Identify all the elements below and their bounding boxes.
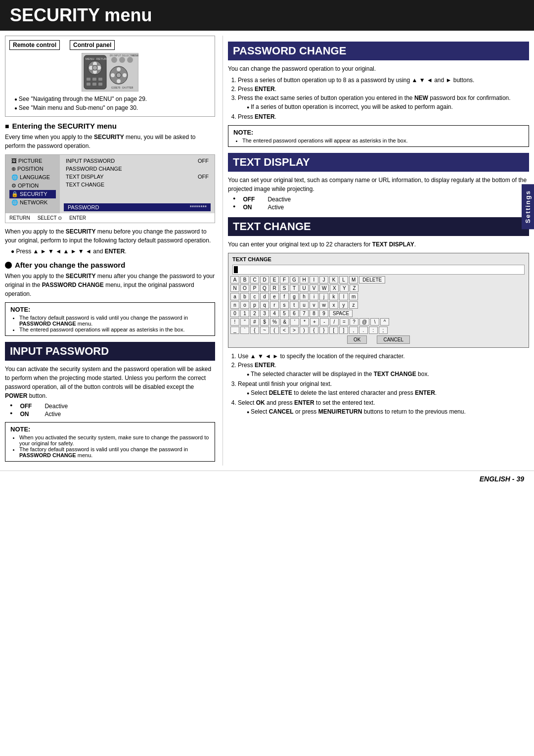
kb-key-delete[interactable]: DELETE — [359, 276, 385, 284]
kb-key-lbrace[interactable]: { — [250, 327, 259, 334]
kb-key-bslash[interactable]: \ — [370, 318, 379, 326]
kb-key-slash[interactable]: / — [330, 318, 339, 326]
kb-key-under[interactable]: _ — [230, 327, 239, 334]
kb-key-excl[interactable]: ! — [230, 318, 239, 326]
kb-key-dollar[interactable]: $ — [260, 318, 269, 326]
kb-key-minus[interactable]: - — [320, 318, 329, 326]
kb-key-apos[interactable]: ' — [290, 318, 299, 326]
kb-key-eq[interactable]: = — [340, 318, 349, 326]
kb-key-amp[interactable]: & — [280, 318, 289, 326]
kb-key-h[interactable]: h — [300, 293, 309, 300]
kb-key-lt[interactable]: < — [280, 327, 289, 334]
kb-key-H[interactable]: H — [300, 276, 309, 284]
kb-key-m[interactable]: m — [349, 293, 358, 300]
kb-key-gt[interactable]: > — [290, 327, 299, 334]
kb-key-v[interactable]: v — [310, 301, 318, 309]
kb-key-B[interactable]: B — [240, 276, 249, 284]
kb-key-lbrace2[interactable]: { — [310, 327, 318, 334]
kb-key-hash[interactable]: # — [250, 318, 259, 326]
kb-key-G[interactable]: G — [290, 276, 299, 284]
kb-key-V[interactable]: V — [310, 284, 318, 292]
kb-key-3[interactable]: 3 — [260, 310, 269, 317]
kb-key-g[interactable]: g — [290, 293, 299, 300]
kb-key-U[interactable]: U — [300, 284, 309, 292]
kb-key-7[interactable]: 7 — [300, 310, 309, 317]
kb-key-K[interactable]: K — [329, 276, 338, 284]
kb-key-M[interactable]: M — [349, 276, 358, 284]
kb-key-colon[interactable]: : — [369, 327, 378, 334]
kb-key-8[interactable]: 8 — [310, 310, 318, 317]
kb-key-F[interactable]: F — [280, 276, 289, 284]
kb-key-I[interactable]: I — [310, 276, 318, 284]
kb-key-quot[interactable]: " — [240, 318, 249, 326]
kb-key-u[interactable]: u — [300, 301, 309, 309]
kb-key-T[interactable]: T — [290, 284, 299, 292]
kb-key-X[interactable]: X — [330, 284, 339, 292]
kb-key-j[interactable]: j — [319, 293, 328, 300]
kb-key-d[interactable]: d — [260, 293, 269, 300]
kb-key-6[interactable]: 6 — [290, 310, 299, 317]
kb-key-i[interactable]: i — [310, 293, 318, 300]
kb-key-f[interactable]: f — [280, 293, 289, 300]
kb-key-4[interactable]: 4 — [270, 310, 279, 317]
kb-key-S[interactable]: S — [280, 284, 289, 292]
kb-key-L[interactable]: L — [339, 276, 348, 284]
kb-key-0[interactable]: 0 — [230, 310, 239, 317]
kb-key-C[interactable]: C — [250, 276, 259, 284]
kb-key-semi[interactable]: ; — [379, 327, 388, 334]
kb-input-area[interactable] — [232, 265, 525, 275]
kb-key-percent[interactable]: % — [270, 318, 279, 326]
kb-key-N[interactable]: N — [230, 284, 239, 292]
kb-key-dot[interactable]: . — [359, 327, 368, 334]
kb-key-lbracket[interactable]: [ — [329, 327, 338, 334]
kb-key-tilde[interactable]: ~ — [260, 327, 269, 334]
kb-key-e[interactable]: e — [270, 293, 279, 300]
kb-key-J[interactable]: J — [319, 276, 328, 284]
kb-key-caret[interactable]: ^ — [380, 318, 389, 326]
kb-key-E[interactable]: E — [270, 276, 279, 284]
kb-key-Y[interactable]: Y — [340, 284, 349, 292]
kb-key-p[interactable]: p — [250, 301, 259, 309]
kb-key-D[interactable]: D — [260, 276, 269, 284]
kb-key-W[interactable]: W — [319, 284, 329, 292]
kb-key-R[interactable]: R — [270, 284, 279, 292]
kb-key-y[interactable]: y — [339, 301, 348, 309]
kb-key-k[interactable]: k — [329, 293, 338, 300]
kb-key-o[interactable]: o — [240, 301, 249, 309]
kb-key-a[interactable]: a — [230, 293, 239, 300]
kb-ok-button[interactable]: OK — [347, 335, 367, 344]
kb-key-b[interactable]: b — [240, 293, 249, 300]
kb-key-1[interactable]: 1 — [240, 310, 249, 317]
kb-key-space[interactable]: SPACE — [329, 310, 353, 317]
kb-key-at[interactable]: @ — [359, 318, 369, 326]
kb-key-s[interactable]: s — [280, 301, 289, 309]
kb-key-plus[interactable]: + — [310, 318, 319, 326]
kb-key-n[interactable]: n — [230, 301, 239, 309]
kb-key-l[interactable]: l — [339, 293, 348, 300]
kb-key-star[interactable]: * — [300, 318, 309, 326]
kb-key-q[interactable]: q — [260, 301, 269, 309]
kb-key-t[interactable]: t — [290, 301, 299, 309]
kb-key-z[interactable]: z — [349, 301, 358, 309]
kb-key-9[interactable]: 9 — [319, 310, 328, 317]
kb-key-c[interactable]: c — [250, 293, 259, 300]
kb-key-rparen[interactable]: ) — [300, 327, 309, 334]
kb-key-rbracket[interactable]: ] — [339, 327, 348, 334]
kb-key-quest[interactable]: ? — [350, 318, 358, 326]
text-change-sub1: The selected character will be displayed… — [247, 370, 529, 378]
kb-key-lparen[interactable]: ( — [270, 327, 279, 334]
kb-key-P[interactable]: P — [250, 284, 259, 292]
kb-key-r[interactable]: r — [270, 301, 279, 309]
kb-key-comma[interactable]: , — [349, 327, 358, 334]
kb-key-w[interactable]: w — [319, 301, 328, 309]
kb-key-Z[interactable]: Z — [350, 284, 358, 292]
kb-cancel-button[interactable]: CANCEL — [377, 335, 410, 344]
kb-key-Q[interactable]: Q — [260, 284, 269, 292]
kb-key-2[interactable]: 2 — [250, 310, 259, 317]
kb-key-A[interactable]: A — [230, 276, 239, 284]
kb-key-x[interactable]: x — [329, 301, 338, 309]
kb-key-rbrace[interactable]: } — [319, 327, 328, 334]
kb-key-grave[interactable]: ` — [240, 327, 249, 334]
kb-key-5[interactable]: 5 — [280, 310, 289, 317]
kb-key-O[interactable]: O — [240, 284, 249, 292]
